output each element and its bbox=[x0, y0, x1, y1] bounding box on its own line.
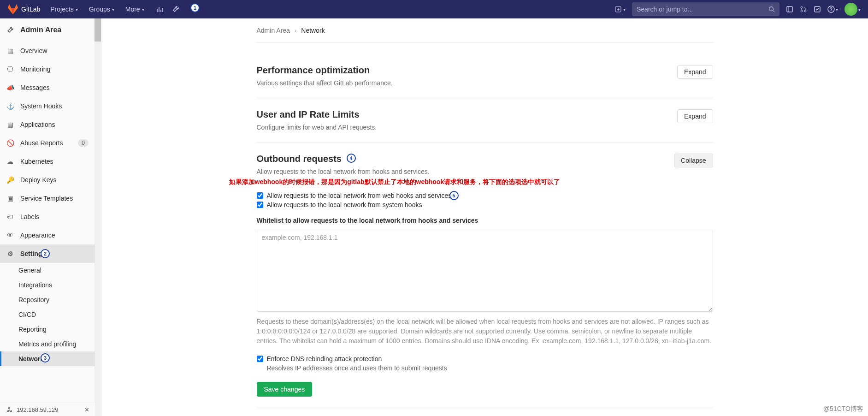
section-desc: Allow requests to the local network from… bbox=[257, 168, 669, 175]
whitelist-textarea[interactable] bbox=[257, 229, 713, 312]
sidebar-sub-cicd[interactable]: CI/CD bbox=[0, 307, 95, 322]
monitor-icon: 🖵 bbox=[6, 65, 14, 73]
top-nav: Projects▾ Groups▾ More▾ bbox=[46, 2, 148, 17]
collapse-button[interactable]: Collapse bbox=[674, 154, 713, 167]
cloud-icon: ☁ bbox=[6, 158, 14, 165]
badge-count: 0 bbox=[78, 139, 89, 147]
sidebar-sub-network[interactable]: Network 3 bbox=[0, 351, 95, 366]
nav-more[interactable]: More▾ bbox=[121, 2, 149, 17]
sidebar-item-system-hooks[interactable]: ⚓System Hooks bbox=[0, 97, 95, 115]
abuse-icon: 🚫 bbox=[6, 139, 14, 147]
checkbox-dns-rebinding[interactable] bbox=[257, 356, 263, 362]
sidebar-item-kubernetes[interactable]: ☁Kubernetes bbox=[0, 152, 95, 171]
whitelist-help: Requests to these domain(s)/address(es) … bbox=[257, 317, 713, 346]
sidebar-item-abuse-reports[interactable]: 🚫Abuse Reports0 bbox=[0, 134, 95, 152]
activity-icon[interactable] bbox=[156, 6, 164, 13]
chevron-down-icon: ▾ bbox=[836, 7, 838, 12]
sidebar-item-applications[interactable]: ▤Applications bbox=[0, 115, 95, 134]
issues-icon[interactable] bbox=[786, 6, 793, 13]
wrench-icon[interactable] bbox=[172, 6, 179, 13]
sidebar-item-labels[interactable]: 🏷Labels bbox=[0, 208, 95, 226]
breadcrumb-root[interactable]: Admin Area bbox=[257, 27, 290, 34]
sidebar-item-appearance[interactable]: 👁Appearance bbox=[0, 226, 95, 244]
whitelist-label: Whitelist to allow requests to the local… bbox=[257, 217, 713, 224]
search-icon[interactable] bbox=[768, 6, 775, 12]
sidebar-item-monitoring[interactable]: 🖵Monitoring bbox=[0, 60, 95, 78]
section-rate-limits: User and IP Rate Limits Configure limits… bbox=[257, 98, 713, 143]
annotation-marker-4: 4 bbox=[347, 154, 356, 163]
annotation-marker-1: 1 bbox=[190, 3, 200, 12]
top-icon-group bbox=[156, 6, 179, 13]
checkbox-row-systemhooks: Allow requests to the local network from… bbox=[257, 201, 713, 208]
gitlab-icon bbox=[7, 4, 18, 15]
close-icon[interactable]: ✕ bbox=[84, 406, 89, 413]
scrollbar-thumb[interactable] bbox=[94, 18, 101, 42]
brand-text: GitLab bbox=[21, 6, 40, 13]
annotation-marker-2: 2 bbox=[41, 249, 50, 258]
footer-ip-bar[interactable]: 🖧 192.168.59.129 ✕ bbox=[0, 403, 95, 416]
svg-point-3 bbox=[801, 6, 803, 8]
section-desc: Configure limits for web and API request… bbox=[257, 124, 678, 131]
checkbox-label[interactable]: Enforce DNS rebinding attack protection bbox=[267, 355, 382, 363]
chevron-down-icon: ▾ bbox=[76, 7, 78, 12]
breadcrumb: Admin Area › Network bbox=[257, 18, 713, 43]
search-input[interactable] bbox=[637, 6, 768, 13]
section-title: Performance optimization bbox=[257, 65, 678, 76]
sidebar-item-service-templates[interactable]: ▣Service Templates bbox=[0, 189, 95, 208]
gitlab-logo[interactable]: GitLab bbox=[7, 4, 40, 15]
expand-button[interactable]: Expand bbox=[677, 109, 713, 123]
sidebar-item-messages[interactable]: 📣Messages bbox=[0, 78, 95, 97]
sidebar-sub-integrations[interactable]: Integrations bbox=[0, 278, 95, 292]
expand-button[interactable]: Expand bbox=[677, 65, 713, 79]
svg-point-4 bbox=[801, 10, 803, 12]
settings-icon: ⚙ bbox=[6, 250, 14, 257]
nav-groups[interactable]: Groups▾ bbox=[84, 2, 119, 17]
todo-icon[interactable] bbox=[814, 6, 821, 13]
dns-help-text: Resolves IP addresses once and uses them… bbox=[267, 364, 713, 372]
annotation-marker-5: 5 bbox=[449, 191, 459, 200]
checkbox-label[interactable]: Allow requests to the local network from… bbox=[267, 192, 452, 199]
chevron-down-icon: ▾ bbox=[142, 7, 144, 12]
search-box[interactable] bbox=[632, 2, 779, 16]
sidebar-sub-general[interactable]: General bbox=[0, 263, 95, 278]
checkbox-allow-webhooks[interactable] bbox=[257, 192, 263, 199]
annotation-text: 如果添加webhook的时候报错，那是因为gitlab默认禁止了本地的webho… bbox=[229, 178, 685, 186]
sidebar-item-settings[interactable]: ⚙Settings 2 bbox=[0, 244, 95, 263]
chevron-down-icon: ▾ bbox=[112, 7, 114, 12]
sidebar: Admin Area ▦Overview 🖵Monitoring 📣Messag… bbox=[0, 18, 101, 416]
main-content: Admin Area › Network Performance optimiz… bbox=[101, 18, 868, 416]
sidebar-title[interactable]: Admin Area bbox=[0, 18, 95, 42]
svg-rect-2 bbox=[787, 6, 792, 12]
sidebar-item-overview[interactable]: ▦Overview bbox=[0, 42, 95, 60]
server-icon: 🖧 bbox=[6, 406, 13, 413]
footer-ip-text: 192.168.59.129 bbox=[17, 406, 58, 413]
checkbox-label[interactable]: Allow requests to the local network from… bbox=[267, 201, 422, 208]
merge-request-icon[interactable] bbox=[800, 6, 807, 13]
avatar bbox=[844, 3, 857, 16]
section-performance: Performance optimization Various setting… bbox=[257, 54, 713, 98]
sidebar-sub-repository[interactable]: Repository bbox=[0, 292, 95, 307]
template-icon: ▣ bbox=[6, 195, 14, 202]
scrollbar-track[interactable] bbox=[94, 18, 101, 416]
appearance-icon: 👁 bbox=[6, 232, 14, 239]
plus-dropdown[interactable]: ▾ bbox=[615, 6, 626, 12]
section-desc: Various settings that affect GitLab perf… bbox=[257, 79, 678, 87]
hook-icon: ⚓ bbox=[6, 102, 14, 110]
sidebar-sub-reporting[interactable]: Reporting bbox=[0, 322, 95, 337]
save-button[interactable]: Save changes bbox=[257, 382, 313, 397]
checkbox-allow-systemhooks[interactable] bbox=[257, 202, 263, 208]
chevron-down-icon: ▾ bbox=[858, 7, 861, 12]
user-avatar-dropdown[interactable]: ▾ bbox=[844, 3, 861, 16]
grid-icon: ▦ bbox=[6, 47, 14, 54]
help-dropdown[interactable]: ?▾ bbox=[827, 6, 838, 13]
megaphone-icon: 📣 bbox=[6, 84, 14, 91]
section-outbound: Outbound requests 4 Allow requests to th… bbox=[257, 143, 713, 408]
wrench-icon bbox=[6, 26, 14, 34]
apps-icon: ▤ bbox=[6, 121, 14, 128]
checkbox-row-dns: Enforce DNS rebinding attack protection bbox=[257, 355, 713, 363]
nav-projects[interactable]: Projects▾ bbox=[46, 2, 83, 17]
sidebar-item-deploy-keys[interactable]: 🔑Deploy Keys bbox=[0, 171, 95, 189]
section-title: User and IP Rate Limits bbox=[257, 109, 678, 120]
watermark: @51CTO博客 bbox=[823, 405, 863, 413]
sidebar-sub-metrics[interactable]: Metrics and profiling bbox=[0, 337, 95, 351]
